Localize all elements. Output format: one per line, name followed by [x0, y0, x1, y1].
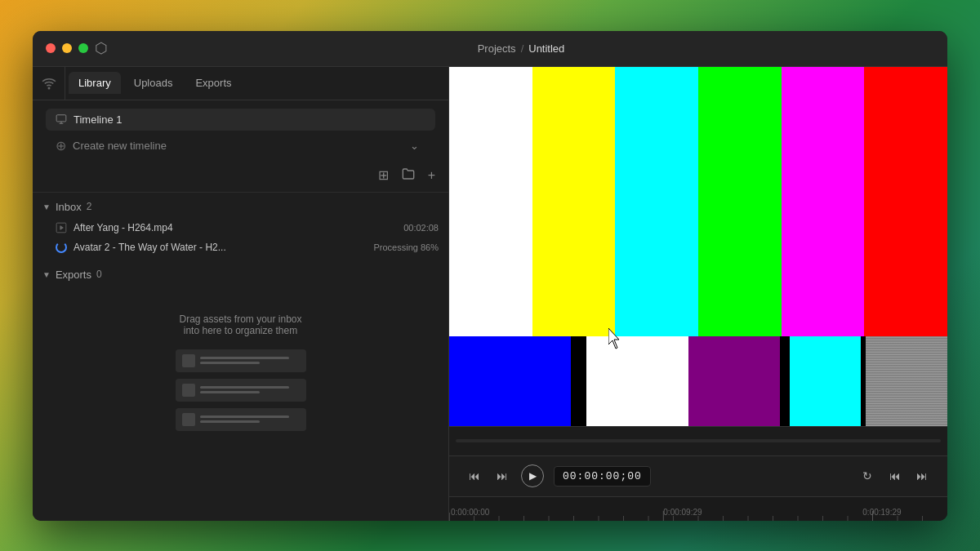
file-item[interactable]: Avatar 2 - The Way of Water - H2... Proc…: [33, 238, 448, 257]
file-duration: 00:02:08: [403, 223, 439, 233]
svg-marker-5: [60, 225, 64, 229]
processing-spinner: [56, 242, 67, 253]
view-controls: ⊞ +: [33, 159, 448, 193]
inbox-count: 2: [87, 201, 92, 212]
titlebar: ⬡ Projects / Untitled: [33, 31, 947, 67]
play-button[interactable]: ▶: [521, 464, 544, 487]
bar-cyan: [615, 67, 698, 336]
grid-view-button[interactable]: ⊞: [375, 164, 392, 186]
top-color-bars: [449, 67, 947, 336]
inbox-header[interactable]: ▼ Inbox 2: [33, 196, 448, 218]
breadcrumb-parent: Projects: [478, 42, 516, 55]
inbox-label: Inbox: [56, 201, 82, 213]
bar-black1: [571, 336, 586, 426]
bar-magenta: [782, 67, 865, 336]
add-button[interactable]: +: [425, 165, 439, 186]
app-window: ⬡ Projects / Untitled: [33, 31, 947, 521]
exports-section: ▼ Exports 0: [33, 260, 448, 289]
bar-blue: [449, 336, 571, 426]
exports-count: 0: [96, 269, 102, 280]
timemark-mid: 0:00:09:29: [663, 508, 702, 517]
bar-green: [698, 67, 782, 336]
bar-black2: [780, 336, 790, 426]
window-controls: [46, 43, 88, 53]
timeline-ruler: 0:00:00:00: [449, 496, 947, 521]
exports-label: Exports: [56, 269, 91, 281]
file-icon: [56, 222, 67, 233]
exports-collapse-icon: ▼: [42, 270, 51, 279]
svg-point-0: [48, 87, 50, 89]
timeline-icon: [56, 113, 67, 125]
next-frame-button[interactable]: ⏭: [885, 466, 903, 486]
bar-red: [864, 67, 947, 336]
wifi-button[interactable]: [33, 67, 65, 100]
sidebar: Library Uploads Exports Timeline 1 ⊕: [33, 67, 449, 521]
breadcrumb-current: Untitled: [528, 42, 564, 55]
bar-purple: [688, 336, 780, 426]
drag-hint-illustration: [176, 349, 306, 431]
bar-cyan2: [790, 336, 861, 426]
main-content: Library Uploads Exports Timeline 1 ⊕: [33, 67, 947, 521]
playback-controls: ⏮ ⏭ ▶ 00:00:00;00 ↻ ⏭ ⏭: [449, 455, 947, 496]
timecode-display: 00:00:00;00: [554, 466, 651, 487]
create-timeline-label: Create new timeline: [73, 140, 167, 152]
right-panel: ⏮ ⏭ ▶ 00:00:00;00 ↻ ⏭ ⏭ 0:00:00:00: [449, 67, 947, 521]
folder-view-button[interactable]: [399, 164, 418, 187]
bar-white2: [586, 336, 688, 426]
exports-header[interactable]: ▼ Exports 0: [33, 264, 448, 286]
timemark-end: 0:00:19:29: [862, 508, 901, 517]
titlebar-breadcrumb: Projects / Untitled: [108, 42, 934, 55]
file-name: After Yang - H264.mp4: [74, 222, 397, 233]
dropdown-arrow-icon: ⌄: [410, 140, 419, 152]
timeline-item[interactable]: Timeline 1: [46, 109, 435, 131]
file-item[interactable]: After Yang - H264.mp4 00:02:08: [33, 218, 448, 238]
loop-button[interactable]: ↻: [859, 466, 875, 486]
drag-hint-area: Drag assets from your inbox into here to…: [33, 297, 448, 447]
breadcrumb-separator: /: [521, 42, 524, 55]
plus-icon: ⊕: [56, 138, 66, 153]
rewind-button[interactable]: ⏮: [466, 466, 483, 486]
file-name: Avatar 2 - The Way of Water - H2...: [74, 242, 368, 253]
minimize-button[interactable]: [62, 43, 72, 53]
inbox-collapse-icon: ▼: [42, 202, 51, 211]
processing-text: Processing 86%: [374, 242, 439, 252]
timeline-name: Timeline 1: [74, 113, 122, 126]
create-timeline-button[interactable]: ⊕ Create new timeline ⌄: [46, 134, 435, 158]
prev-frame-button[interactable]: ⏭: [493, 466, 511, 486]
bottom-color-bars: [449, 336, 947, 426]
tab-library[interactable]: Library: [69, 72, 121, 94]
maximize-button[interactable]: [78, 43, 88, 53]
tab-uploads[interactable]: Uploads: [124, 72, 183, 94]
play-icon: ▶: [529, 470, 537, 482]
drag-hint-text: Drag assets from your inbox into here to…: [179, 313, 301, 336]
close-button[interactable]: [46, 43, 56, 53]
progress-bar[interactable]: [456, 439, 941, 442]
bar-white: [449, 67, 532, 336]
bar-noise: [866, 336, 947, 426]
preview-area: [449, 67, 947, 426]
app-logo: ⬡: [95, 39, 108, 57]
tab-exports[interactable]: Exports: [185, 72, 241, 94]
fast-forward-button[interactable]: ⏭: [913, 466, 931, 486]
svg-rect-1: [56, 115, 66, 122]
inbox-section: ▼ Inbox 2 After Yang - H264.mp4 00:02:08: [33, 193, 448, 260]
color-bars: [449, 67, 947, 426]
bar-yellow: [532, 67, 616, 336]
